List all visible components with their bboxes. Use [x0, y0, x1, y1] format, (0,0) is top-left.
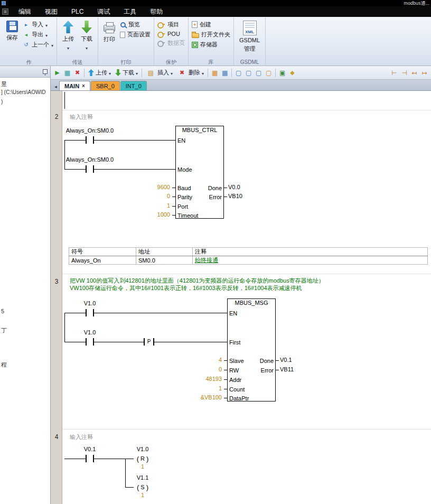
network-comment[interactable]: 把VW 100的值写入到412801的地址里面（412801为变频器的运行命令存… — [70, 277, 324, 285]
import-button[interactable]: 导入 — [23, 21, 53, 29]
normally-open-contact[interactable] — [86, 455, 94, 462]
constant-value[interactable]: 1 — [125, 463, 160, 470]
page-setup-button[interactable]: 页面设置 — [120, 31, 151, 39]
address-cell[interactable]: SM0.0 — [136, 256, 193, 265]
tab-main[interactable]: MAIN × — [59, 81, 90, 90]
normally-open-contact[interactable] — [86, 165, 94, 173]
tree-item[interactable]: 5 — [1, 308, 4, 314]
operand-value[interactable]: V0.0 — [228, 184, 240, 190]
menu-view[interactable]: 视图 — [38, 6, 64, 17]
cancel-icon[interactable] — [73, 68, 82, 77]
upload-icon — [88, 69, 94, 76]
save-button[interactable]: 保存 — [4, 18, 20, 43]
constant-value[interactable]: 1000 — [133, 211, 170, 218]
preview-button[interactable]: 预览 — [120, 21, 151, 29]
library-icon[interactable] — [278, 68, 287, 77]
menu-tools[interactable]: 工具 — [117, 6, 143, 17]
symbol-table-row[interactable]: Always_On SM0.0 始终接通 — [69, 256, 428, 265]
file-menu-icon[interactable] — [2, 8, 8, 15]
project-tree[interactable]: 昱 ] (C:\Users\AOWID ) 5 丁 程 — [0, 78, 50, 504]
insert-button[interactable]: 插入 — [144, 68, 175, 78]
block-pin: Timeout — [177, 212, 198, 219]
comment-cell[interactable]: 始终接通 — [193, 256, 428, 265]
tree-item[interactable]: 昱 — [1, 80, 7, 88]
next-bookmark-icon[interactable] — [244, 68, 253, 77]
tab-int0[interactable]: INT_0 — [120, 81, 147, 90]
toggle-comment-icon[interactable] — [264, 68, 273, 77]
tree-item[interactable]: 丁 — [1, 326, 7, 334]
tree-item[interactable]: ) — [1, 99, 3, 105]
block-pin: Port — [177, 203, 188, 210]
wire — [224, 197, 227, 197]
symbol-table-icon[interactable] — [220, 68, 229, 77]
normally-open-contact[interactable] — [86, 136, 94, 144]
shift-right-icon[interactable] — [420, 68, 429, 77]
print-button[interactable]: 打印 — [101, 18, 117, 44]
tab-sbr0[interactable]: SBR_0 — [91, 81, 120, 90]
network-comment[interactable]: VW100存储运行命令，其中16#1001表示正转，16#1003表示反转，16… — [70, 284, 302, 292]
previous-bookmark-icon[interactable] — [254, 68, 263, 77]
block-title: MBUS_MSG — [228, 300, 275, 306]
tree-item[interactable]: ] (C:\Users\AOWID — [1, 89, 45, 95]
tree-item[interactable]: 程 — [1, 361, 7, 369]
previous-button[interactable]: 上一个 — [23, 41, 53, 49]
menu-help[interactable]: 帮助 — [143, 6, 170, 17]
ladder-editor[interactable]: 2 输入注释 Always_On:SM0.0 Always_On:SM0.0 M… — [51, 91, 431, 504]
constant-value[interactable]: 0 — [133, 193, 170, 199]
constant-value[interactable]: &VB100 — [181, 394, 222, 400]
constant-value[interactable]: 4 — [181, 357, 222, 363]
block-pin: RW — [229, 367, 239, 374]
protect-pou-button[interactable]: POU — [157, 31, 185, 37]
protect-project-button[interactable]: 项目 — [157, 21, 185, 29]
delete-button[interactable]: 删除 — [175, 68, 206, 78]
constant-value[interactable]: 1 — [125, 492, 160, 498]
network-comment[interactable]: 输入注释 — [70, 433, 93, 441]
download-button[interactable]: 下载 — [79, 18, 95, 52]
gsdml-manage-button[interactable]: XML GSDML 管理 — [237, 18, 262, 54]
function-block-mbus-msg[interactable]: MBUS_MSG EN First Slave RW Addr Count Da… — [227, 298, 276, 402]
export-button[interactable]: 导出 — [23, 31, 53, 39]
menu-debug[interactable]: 调试 — [90, 6, 117, 17]
network-comment[interactable]: 输入注释 — [70, 113, 93, 121]
set-coil[interactable]: S — [134, 483, 152, 491]
function-block-mbus-ctrl[interactable]: MBUS_CTRL EN Mode Baud Parity Port Timeo… — [175, 126, 224, 219]
pin-icon[interactable] — [43, 69, 48, 74]
bookmark-icon[interactable] — [234, 68, 243, 77]
block-pin: Parity — [177, 193, 192, 201]
menu-plc[interactable]: PLC — [64, 6, 90, 17]
toggle-symbol-info-icon[interactable] — [390, 68, 399, 77]
normally-open-contact[interactable] — [86, 309, 94, 316]
create-library-button[interactable]: 创建 — [192, 21, 230, 29]
operand-value[interactable]: V0.1 — [280, 357, 292, 363]
shift-left-icon[interactable] — [410, 68, 419, 77]
constant-value[interactable]: 48193 — [181, 376, 222, 382]
protect-project-label: 项目 — [167, 21, 179, 29]
memory-button[interactable]: 存储器 — [192, 41, 230, 49]
protect-data-page-button: 数据页 — [157, 39, 185, 47]
network-number[interactable]: 3 — [51, 278, 62, 285]
chart-status-icon[interactable] — [63, 68, 72, 77]
constant-value[interactable]: 9600 — [133, 184, 170, 190]
download-button-small[interactable]: 下载 — [113, 68, 140, 77]
tab-close-icon[interactable]: × — [82, 83, 85, 89]
address-table-icon[interactable] — [210, 68, 219, 77]
operand-value[interactable]: VB10 — [228, 193, 242, 199]
tab-scroll-left-icon[interactable] — [52, 82, 59, 90]
upload-button-small[interactable]: 上传 — [86, 68, 113, 77]
open-folder-button[interactable]: 打开文件夹 — [192, 31, 230, 39]
upload-button[interactable]: 上传 — [60, 18, 76, 52]
protect-icon[interactable] — [288, 68, 297, 77]
symbol-cell[interactable]: Always_On — [69, 256, 136, 265]
network-number[interactable]: 2 — [51, 113, 62, 120]
reset-coil[interactable]: R — [134, 454, 152, 463]
toggle-addressing-icon[interactable] — [400, 68, 409, 77]
menu-edit[interactable]: 编辑 — [12, 6, 38, 17]
operand-value[interactable]: VB11 — [280, 366, 294, 372]
program-status-icon[interactable] — [53, 68, 62, 77]
constant-value[interactable]: 0 — [181, 366, 222, 372]
constant-value[interactable]: 1 — [181, 385, 222, 391]
network-number[interactable]: 4 — [51, 433, 62, 441]
positive-edge-contact[interactable]: P — [144, 338, 154, 346]
normally-open-contact[interactable] — [86, 338, 94, 346]
constant-value[interactable]: 1 — [133, 202, 170, 209]
